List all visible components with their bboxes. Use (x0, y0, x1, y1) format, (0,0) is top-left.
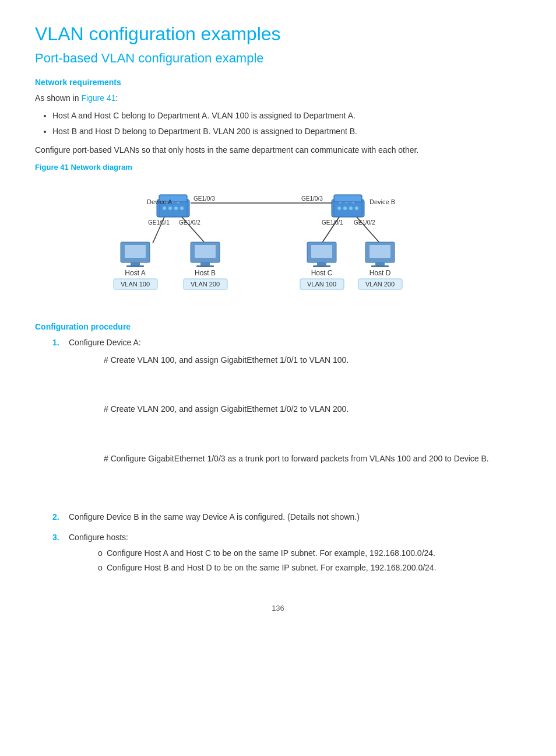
svg-rect-23 (126, 265, 144, 267)
page-subtitle: Port-based VLAN configuration example (35, 51, 521, 66)
svg-text:→: → (350, 200, 355, 205)
device-b-ge102: GE1/0/2 (354, 219, 375, 226)
svg-rect-34 (375, 262, 385, 265)
device-b-ge103: GE1/0/3 (301, 195, 323, 202)
svg-rect-26 (200, 262, 210, 265)
svg-rect-35 (371, 265, 389, 267)
svg-rect-22 (131, 262, 140, 265)
host-c-icon (307, 242, 336, 267)
configuration-procedure-heading: Configuration procedure (35, 322, 521, 331)
svg-point-15 (349, 206, 353, 210)
steps-list: Configure Device A: # Create VLAN 100, a… (52, 336, 521, 580)
svg-rect-29 (311, 245, 332, 258)
substep-1-3: # Configure GigabitEthernet 1/0/3 as a t… (104, 452, 489, 465)
svg-rect-25 (195, 245, 216, 258)
device-a-label: Device A (147, 198, 173, 205)
network-requirements-heading: Network requirements (35, 78, 521, 87)
step-3-content: Configure hosts: Configure Host A and Ho… (69, 531, 437, 580)
host-d-icon (365, 242, 395, 267)
host-d-vlan: VLAN 200 (365, 281, 395, 288)
substep-1-1: # Create VLAN 100, and assign GigabitEth… (104, 354, 489, 366)
svg-rect-27 (196, 265, 214, 267)
svg-text:←: ← (344, 200, 349, 205)
host-d-label: Host D (370, 269, 391, 277)
requirement-item-2: Host B and Host D belong to Department B… (52, 125, 521, 138)
requirements-list: Host A and Host C belong to Department A… (52, 109, 521, 138)
step-3-sub-2: Configure Host B and Host D to be on the… (98, 561, 437, 574)
step-1-text: Configure Device A: (69, 338, 141, 347)
svg-text:→: → (337, 200, 342, 205)
figure-label: Figure 41 Network diagram (35, 163, 521, 172)
step-1-content: Configure Device A: # Create VLAN 100, a… (69, 336, 489, 504)
substep-1-2: # Create VLAN 200, and assign GigabitEth… (104, 402, 489, 415)
svg-point-5 (174, 206, 178, 210)
step-1-substeps: # Create VLAN 100, and assign GigabitEth… (69, 354, 489, 503)
svg-point-6 (180, 206, 184, 210)
host-b-icon (191, 242, 220, 267)
svg-point-3 (163, 206, 166, 210)
page-number: 136 (35, 604, 521, 612)
svg-point-13 (337, 206, 341, 210)
step-2: Configure Device B in the same way Devic… (52, 510, 521, 523)
network-diagram: → ← → Device A GE1/0/3 GE1/0/1 GE1/0/2 →… (35, 176, 521, 310)
host-b-label: Host B (195, 269, 216, 277)
step-3-text: Configure hosts: (69, 533, 128, 542)
step-3-sublist: Configure Host A and Host C to be on the… (98, 547, 437, 575)
figure-link[interactable]: Figure 41 (81, 93, 115, 103)
host-a-label: Host A (125, 269, 145, 277)
device-b-label: Device B (370, 198, 395, 205)
svg-rect-33 (370, 245, 390, 258)
svg-rect-21 (125, 245, 146, 258)
step-3: Configure hosts: Configure Host A and Ho… (52, 531, 521, 580)
host-a-vlan: VLAN 100 (121, 281, 150, 288)
device-a-ge102: GE1/0/2 (179, 219, 200, 226)
host-a-icon (121, 242, 150, 267)
intro-text: As shown in Figure 41: (35, 92, 521, 104)
host-b-vlan: VLAN 200 (191, 281, 220, 288)
device-a-ge103: GE1/0/3 (193, 195, 215, 202)
svg-point-4 (168, 206, 172, 210)
configure-text: Configure port-based VLANs so that only … (35, 144, 521, 156)
svg-rect-30 (317, 262, 326, 265)
step-1: Configure Device A: # Create VLAN 100, a… (52, 336, 521, 504)
step-2-content: Configure Device B in the same way Devic… (69, 510, 360, 523)
device-b-ge101: GE1/0/1 (322, 219, 343, 226)
page-title: VLAN configuration examples (35, 23, 521, 45)
svg-point-16 (355, 206, 358, 210)
step-3-sub-1: Configure Host A and Host C to be on the… (98, 547, 437, 559)
diagram-svg: → ← → Device A GE1/0/3 GE1/0/1 GE1/0/2 →… (97, 182, 459, 304)
device-a-ge101: GE1/0/1 (148, 219, 170, 226)
requirement-item-1: Host A and Host C belong to Department A… (52, 109, 521, 122)
svg-text:→: → (175, 200, 180, 205)
svg-rect-31 (313, 265, 330, 267)
host-c-vlan: VLAN 100 (307, 281, 336, 288)
svg-point-14 (343, 206, 347, 210)
host-c-label: Host C (311, 269, 333, 277)
